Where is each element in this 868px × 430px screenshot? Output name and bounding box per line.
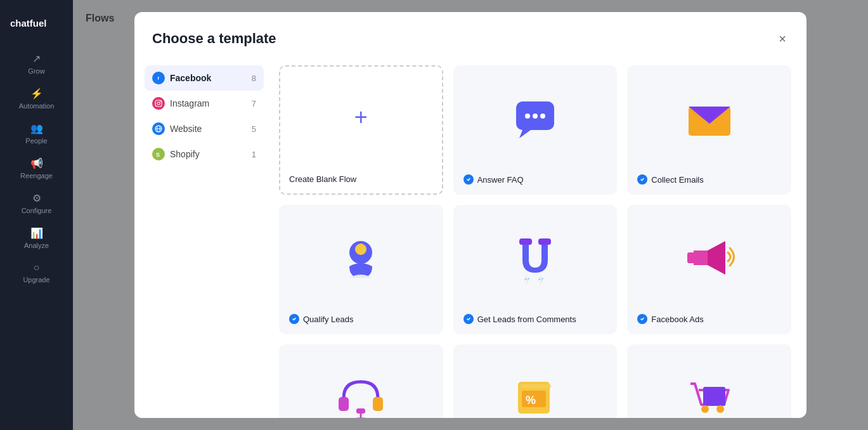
plus-icon: + [354,104,368,131]
emails-badge [637,174,647,185]
svg-rect-30 [373,397,383,411]
close-button[interactable]: × [776,30,789,48]
svg-rect-28 [687,252,696,263]
template-card-facebook-ads[interactable]: Facebook Ads [627,205,791,334]
template-modal: Choose a template × f [134,12,806,418]
template-label-blank: Create Blank Flow [280,168,442,193]
website-icon [152,122,165,135]
category-left: S Shopify [152,148,200,160]
template-label-leads: Get Leads from Comments [455,308,616,333]
analyze-icon: 📊 [30,227,43,239]
template-card-row3-1[interactable] [279,344,443,418]
main-area: Flows Choose a template × [73,0,868,430]
svg-rect-31 [356,408,365,414]
svg-marker-11 [519,130,531,138]
template-card-answer-faq[interactable]: Answer FAQ [453,65,618,195]
modal-overlay[interactable]: Choose a template × f [73,0,868,430]
template-card-qualify-leads[interactable]: Qualify Leads [279,205,443,334]
qualify-badge [289,314,299,324]
svg-point-12 [525,114,530,119]
svg-rect-23 [538,238,551,245]
template-card-row3-2[interactable]: % [453,344,618,418]
automation-icon: ⚡ [30,88,43,100]
sidebar-item-automation[interactable]: ⚡ Automation [0,81,73,116]
sidebar-item-people[interactable]: 👥 People [0,116,73,151]
svg-point-21 [355,244,366,255]
category-left: Website [152,122,202,135]
facebook-ads-thumb [628,206,790,308]
template-label-faq: Answer FAQ [455,168,616,193]
category-left: Instagram [152,97,209,110]
upgrade-icon: ○ [34,262,40,273]
leads-badge [463,314,474,324]
template-label-emails: Collect Emails [628,168,790,193]
shopify-icon: S [152,148,165,160]
svg-rect-37 [521,384,551,388]
grow-icon: ↗ [32,53,41,65]
answer-faq-thumb [455,67,616,168]
template-card-row3-3[interactable] [627,344,791,418]
svg-rect-22 [519,238,532,245]
svg-marker-24 [524,274,529,285]
template-card-blank[interactable]: + Create Blank Flow [279,65,443,195]
category-item-facebook[interactable]: f Facebook 8 [145,65,264,91]
svg-rect-38 [703,387,725,406]
template-label-qualify: Qualify Leads [280,308,442,333]
templates-grid: + Create Blank Flow [279,65,796,418]
row3-2-thumb: % [455,346,616,418]
people-icon: 👥 [30,122,43,134]
reengage-icon: 📢 [30,157,43,169]
sidebar: chatfuel ↗ Grow ⚡ Automation 👥 People 📢 … [0,0,73,430]
sidebar-item-upgrade[interactable]: ○ Upgrade [0,256,73,290]
qualify-leads-thumb [280,206,442,308]
row3-1-thumb [280,346,442,418]
modal-body: f Facebook 8 [134,60,806,418]
svg-marker-25 [538,274,543,285]
category-item-website[interactable]: Website 5 [145,116,264,141]
row3-3-thumb [628,346,790,418]
svg-text:chatfuel: chatfuel [10,18,47,29]
svg-text:S: S [156,152,160,158]
modal-title: Choose a template [152,30,276,47]
template-card-collect-emails[interactable]: Collect Emails [627,65,791,195]
template-label-fb-ads: Facebook Ads [628,308,790,333]
modal-header: Choose a template × [134,12,806,60]
blank-thumb: + [280,67,442,168]
sidebar-item-analyze[interactable]: 📊 Analyze [0,221,73,256]
svg-point-39 [701,405,709,413]
svg-rect-29 [339,397,349,411]
facebook-icon: f [152,72,165,84]
svg-point-13 [533,114,538,119]
category-item-instagram[interactable]: Instagram 7 [145,91,264,116]
configure-icon: ⚙ [32,192,41,204]
instagram-icon [152,97,165,110]
faq-badge [463,174,474,185]
template-card-get-leads[interactable]: Get Leads from Comments [453,205,618,334]
get-leads-thumb [455,206,616,308]
templates-area: + Create Blank Flow [274,60,806,418]
fb-ads-badge [637,314,647,324]
svg-point-4 [157,102,160,105]
svg-point-14 [540,114,545,119]
category-item-shopify[interactable]: S Shopify 1 [145,141,264,167]
sidebar-item-configure[interactable]: ⚙ Configure [0,186,73,221]
logo: chatfuel [0,10,73,46]
svg-marker-27 [708,241,725,275]
sidebar-item-reengage[interactable]: 📢 Reengage [0,151,73,186]
svg-text:%: % [526,394,536,407]
category-list: f Facebook 8 [134,60,274,418]
svg-point-5 [160,101,160,102]
collect-emails-thumb [628,67,790,168]
svg-rect-3 [155,100,162,107]
svg-point-40 [716,405,724,413]
category-left: f Facebook [152,72,211,84]
sidebar-item-grow[interactable]: ↗ Grow [0,46,73,81]
